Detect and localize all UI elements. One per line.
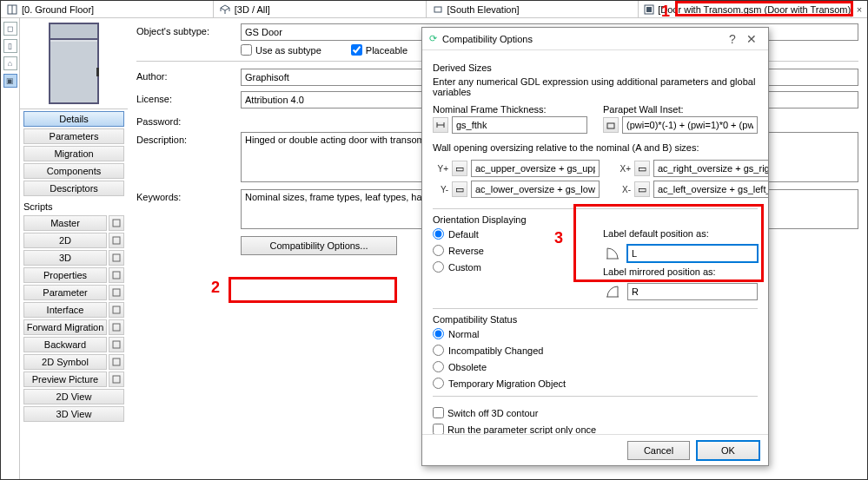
placeable-check[interactable]: Placeable — [351, 44, 407, 56]
script-3d-view[interactable]: 3D View — [23, 406, 124, 422]
svg-rect-14 — [113, 306, 120, 313]
x-minus-icon: X- — [615, 185, 631, 194]
help-button[interactable]: ? — [723, 32, 742, 46]
label-mirrored-heading: Label mirrored position as: — [603, 266, 758, 277]
close-tab-button[interactable]: × — [851, 1, 867, 17]
script-parameter[interactable]: Parameter — [23, 285, 107, 300]
open-script-icon[interactable] — [109, 337, 124, 352]
open-script-icon[interactable] — [109, 319, 124, 335]
parapet-field[interactable] — [622, 116, 758, 134]
label-mirrored-field[interactable] — [627, 283, 758, 300]
script-2d[interactable]: 2D — [23, 233, 107, 248]
parapet-label: Parapet Wall Inset: — [603, 104, 758, 115]
orientation-heading: Orientation Displaying — [433, 214, 758, 225]
tab-south-elevation[interactable]: [South Elevation] — [427, 1, 639, 17]
open-script-icon[interactable] — [109, 233, 124, 248]
script-preview-picture[interactable]: Preview Picture — [23, 372, 107, 387]
cancel-button[interactable]: Cancel — [627, 441, 690, 460]
y-minus-field[interactable] — [471, 181, 600, 198]
script-2d-symbol[interactable]: 2D Symbol — [23, 354, 107, 370]
tab-gdl-object[interactable]: [Door with Transom.gsm (Door with Transo… — [639, 1, 851, 17]
script-2d-view[interactable]: 2D View — [23, 389, 124, 404]
orient-custom[interactable]: Custom — [433, 261, 587, 273]
x-minus-field[interactable] — [653, 181, 768, 198]
svg-rect-17 — [113, 358, 120, 365]
open-script-icon[interactable] — [109, 354, 124, 370]
rail-icon-subtype[interactable]: ◻ — [3, 22, 17, 36]
elevation-icon — [432, 4, 444, 15]
description-label: Description: — [136, 132, 232, 145]
dialog-title: Compatibility Options — [442, 34, 533, 44]
orient-reverse[interactable]: Reverse — [433, 245, 587, 256]
rail-icon-screen[interactable]: ▣ — [3, 74, 17, 88]
refresh-icon: ⟳ — [429, 33, 437, 44]
run-once-check[interactable]: Run the parameter script only once — [433, 424, 740, 434]
license-label: License: — [136, 91, 232, 104]
status-temp-migration[interactable]: Temporary Migration Object — [433, 378, 758, 389]
tab-3d[interactable]: [3D / All] — [214, 1, 427, 17]
status-incompat[interactable]: Incompatibly Changed — [433, 345, 758, 356]
svg-rect-16 — [113, 341, 120, 348]
y-plus-field[interactable] — [471, 160, 600, 177]
open-script-icon[interactable] — [109, 285, 124, 300]
script-forward-migration[interactable]: Forward Migration — [23, 319, 107, 335]
svg-rect-9 — [113, 220, 120, 227]
svg-rect-15 — [113, 324, 120, 331]
floorplan-icon — [6, 4, 18, 15]
open-script-icon[interactable] — [109, 302, 124, 318]
author-label: Author: — [136, 69, 232, 82]
rail-icon-door[interactable]: ▯ — [3, 39, 17, 53]
nominal-thickness-field[interactable] — [452, 116, 587, 134]
script-3d[interactable]: 3D — [23, 250, 107, 266]
tab-label: [0. Ground Floor] — [22, 4, 94, 15]
orient-default[interactable]: Default — [433, 228, 587, 240]
nav-components[interactable]: Components — [23, 163, 124, 179]
close-icon[interactable]: ✕ — [742, 32, 761, 46]
oversize-label: Wall opening oversizing relative to the … — [433, 142, 758, 153]
derived-sizes-note: Enter any numerical GDL expression using… — [433, 76, 758, 97]
thickness-icon — [433, 117, 448, 133]
nav-details[interactable]: Details — [23, 111, 124, 127]
script-properties[interactable]: Properties — [23, 267, 107, 283]
svg-rect-18 — [113, 376, 120, 383]
door-preview-graphic — [49, 23, 99, 104]
status-obsolete[interactable]: Obsolete — [433, 361, 758, 372]
use-as-subtype-check[interactable]: Use as subtype — [241, 44, 321, 56]
status-normal[interactable]: Normal — [433, 328, 758, 339]
nominal-thickness-label: Nominal Frame Thickness: — [433, 104, 587, 115]
script-master[interactable]: Master — [23, 215, 107, 231]
ok-button[interactable]: OK — [697, 441, 759, 460]
script-interface[interactable]: Interface — [23, 302, 107, 318]
parapet-icon — [603, 117, 619, 133]
switch-off-3d-check[interactable]: Switch off 3D contour — [433, 407, 740, 418]
x-plus-field[interactable] — [653, 160, 768, 177]
cube-icon — [219, 4, 231, 15]
dim-icon: ▭ — [634, 161, 650, 176]
nav-descriptors[interactable]: Descriptors — [23, 181, 124, 196]
svg-rect-22 — [607, 123, 614, 128]
nav-migration[interactable]: Migration — [23, 146, 124, 161]
label-default-field[interactable] — [627, 245, 758, 262]
script-backward-migration[interactable]: Backward Migration — [23, 337, 107, 352]
compatibility-options-dialog: ⟳ Compatibility Options ? ✕ Derived Size… — [421, 27, 769, 466]
subtype-label: Object's subtype: — [136, 23, 232, 36]
swing-mirrored-icon — [603, 282, 622, 301]
svg-rect-12 — [113, 272, 120, 279]
y-plus-icon: Y+ — [433, 164, 448, 174]
tab-label: [Door with Transom.gsm (Door with Transo… — [658, 4, 851, 15]
open-script-icon[interactable] — [109, 215, 124, 231]
swing-icon — [603, 244, 622, 263]
dim-icon: ▭ — [452, 181, 467, 197]
dim-icon: ▭ — [452, 161, 467, 176]
open-script-icon[interactable] — [109, 267, 124, 283]
svg-rect-8 — [646, 7, 652, 12]
tab-ground-floor[interactable]: [0. Ground Floor] — [1, 1, 214, 17]
svg-rect-10 — [113, 237, 120, 244]
open-script-icon[interactable] — [109, 372, 124, 387]
svg-rect-11 — [113, 254, 120, 261]
rail-icon-home[interactable]: ⌂ — [3, 56, 17, 70]
compatibility-options-button[interactable]: Compatibility Options... — [241, 236, 397, 255]
open-script-icon[interactable] — [109, 250, 124, 266]
nav-parameters[interactable]: Parameters — [23, 128, 124, 144]
scripts-heading: Scripts — [20, 198, 128, 214]
